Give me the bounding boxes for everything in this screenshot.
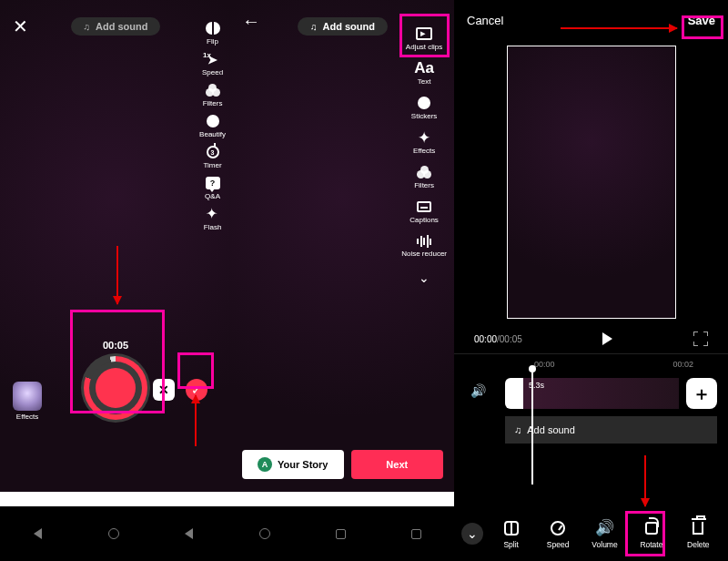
music-note-icon: ♫ <box>84 22 91 32</box>
nav-home-icon[interactable] <box>106 525 122 542</box>
playhead[interactable] <box>531 369 533 484</box>
nav-back-icon[interactable] <box>30 525 46 542</box>
timeline[interactable]: 00:00 00:02 🔊 5.3s ＋ ♫ Add sound <box>454 353 728 490</box>
next-label: Next <box>386 459 408 470</box>
record-button-icon <box>96 368 136 408</box>
annotation-arrow <box>644 455 646 506</box>
split-tool[interactable]: Split <box>489 519 533 549</box>
music-note-icon: ♫ <box>310 22 318 32</box>
adjust-clips-icon <box>416 26 432 42</box>
timeline-ruler: 00:00 00:02 <box>454 354 728 369</box>
captions-tool[interactable]: Captions <box>410 199 439 224</box>
speed-tool[interactable]: Speed <box>535 519 580 549</box>
chevron-down-icon[interactable]: ⌄ <box>461 523 483 545</box>
annotation-arrow <box>561 27 677 29</box>
add-sound-button[interactable]: ♫ Add sound <box>71 17 161 36</box>
effects-thumbnail-icon <box>13 382 42 411</box>
text-tool[interactable]: Aa Text <box>414 60 434 86</box>
playback-time: 00:00/00:05 <box>474 334 522 344</box>
discard-button[interactable]: ✕ <box>153 379 175 401</box>
filters-icon <box>417 164 431 180</box>
speed-1x-icon: 1x➤ <box>207 51 217 67</box>
effects-button[interactable]: Effects <box>13 382 42 421</box>
add-sound-row[interactable]: ♫ Add sound <box>505 416 717 444</box>
next-button[interactable]: Next <box>351 450 443 479</box>
your-story-button[interactable]: A Your Story <box>242 450 344 479</box>
delete-tool[interactable]: Delete <box>676 519 721 549</box>
volume-tool[interactable]: 🔊 Volume <box>582 519 627 549</box>
camera-tool-column: Flip 1x➤ Speed Filters Beautify 3 Timer … <box>199 20 226 231</box>
text-icon: Aa <box>414 60 434 76</box>
filters-tool[interactable]: Filters <box>203 82 223 107</box>
nav-recent-icon[interactable] <box>408 525 424 542</box>
effects-icon: ✦ <box>418 129 430 146</box>
nav-back-icon[interactable] <box>181 525 197 542</box>
music-note-icon: ♫ <box>514 424 521 435</box>
filters-tool[interactable]: Filters <box>414 164 434 189</box>
nav-recent-icon[interactable] <box>332 525 349 542</box>
flip-tool[interactable]: Flip <box>206 20 220 46</box>
annotation-arrow <box>195 395 197 446</box>
add-sound-label: Add sound <box>96 21 147 32</box>
save-button[interactable]: Save <box>688 14 715 27</box>
timer-tool[interactable]: 3 Timer <box>203 144 221 169</box>
your-story-label: Your Story <box>278 459 328 470</box>
volume-icon[interactable]: 🔊 <box>470 383 486 398</box>
recording-time: 00:05 <box>103 340 128 351</box>
trash-icon <box>693 519 703 537</box>
adjust-clips-screen: Cancel Save 00:00/00:05 00:00 00:02 🔊 5.… <box>454 0 728 561</box>
video-track[interactable]: 5.3s ＋ <box>505 378 717 409</box>
timer-icon: 3 <box>207 144 219 160</box>
chevron-down-icon[interactable]: ⌄ <box>419 270 430 285</box>
beautify-icon <box>207 113 219 129</box>
avatar: A <box>258 457 272 472</box>
close-icon[interactable]: ✕ <box>7 14 33 39</box>
android-navbar <box>0 506 454 561</box>
stickers-tool[interactable]: Stickers <box>411 95 437 120</box>
add-clip-button[interactable]: ＋ <box>686 378 717 409</box>
add-sound-label: Add sound <box>527 424 575 435</box>
edit-tool-column: Adjust clips Aa Text Stickers ✦ Effects … <box>401 26 447 285</box>
beautify-tool[interactable]: Beautify <box>199 113 226 138</box>
filters-icon <box>206 82 220 98</box>
speed-icon <box>551 519 565 537</box>
video-preview <box>507 46 676 319</box>
clip-trim-handle[interactable] <box>505 378 523 409</box>
edit-screen: ← ♫ Add sound Adjust clips Aa Text Stick… <box>231 0 454 492</box>
video-clip[interactable]: 5.3s <box>523 378 679 409</box>
rotate-icon <box>645 519 658 537</box>
flash-tool[interactable]: Flash <box>204 206 222 231</box>
play-icon[interactable] <box>602 332 612 345</box>
flip-icon <box>206 20 220 36</box>
captions-icon <box>417 199 431 215</box>
noise-reducer-icon <box>417 233 431 250</box>
split-icon <box>504 519 519 537</box>
record-button[interactable] <box>81 353 150 423</box>
add-sound-label: Add sound <box>323 21 375 32</box>
nav-home-icon[interactable] <box>257 525 273 542</box>
cancel-button[interactable]: Cancel <box>467 14 503 27</box>
qa-icon: ? <box>206 175 220 191</box>
clip-tool-bar: ⌄ Split Speed 🔊 Volume Rotate Delete <box>454 506 728 561</box>
qa-tool[interactable]: ? Q&A <box>205 175 220 200</box>
record-progress-ring <box>81 353 150 423</box>
effects-tool[interactable]: ✦ Effects <box>413 129 435 155</box>
rotate-tool[interactable]: Rotate <box>629 519 673 549</box>
fullscreen-icon[interactable] <box>693 332 708 346</box>
volume-icon: 🔊 <box>595 519 614 537</box>
flash-icon <box>208 206 217 222</box>
annotation-arrow <box>116 246 118 304</box>
speed-tool[interactable]: 1x➤ Speed <box>202 51 223 76</box>
adjust-clips-tool[interactable]: Adjust clips <box>406 26 442 51</box>
add-sound-button[interactable]: ♫ Add sound <box>298 17 388 36</box>
noise-reducer-tool[interactable]: Noise reducer <box>401 233 447 258</box>
stickers-icon <box>418 95 430 111</box>
